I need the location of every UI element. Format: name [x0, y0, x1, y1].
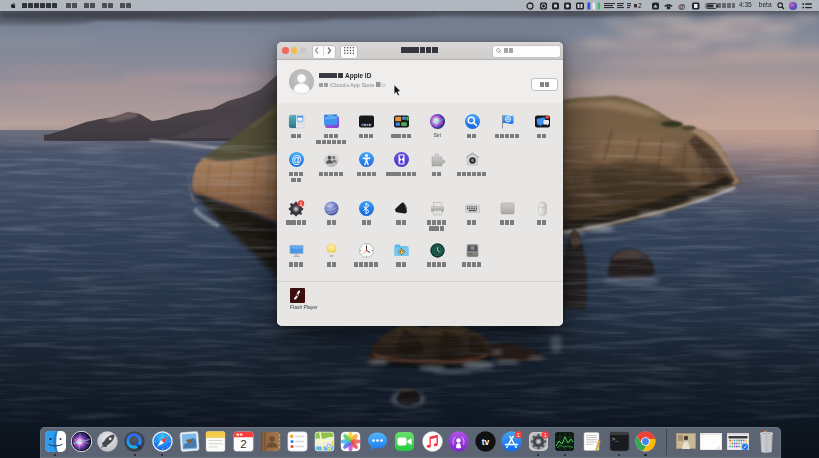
svg-text:@: @ — [678, 2, 685, 10]
svg-text:2: 2 — [638, 2, 642, 9]
svg-text:tv: tv — [481, 437, 489, 447]
svg-text:2: 2 — [240, 438, 246, 450]
svg-text:@: @ — [292, 154, 302, 165]
svg-text:1: 1 — [299, 200, 302, 206]
svg-text:1: 1 — [517, 432, 520, 438]
svg-text:>_: >_ — [612, 437, 619, 443]
svg-text:1: 1 — [543, 432, 546, 438]
